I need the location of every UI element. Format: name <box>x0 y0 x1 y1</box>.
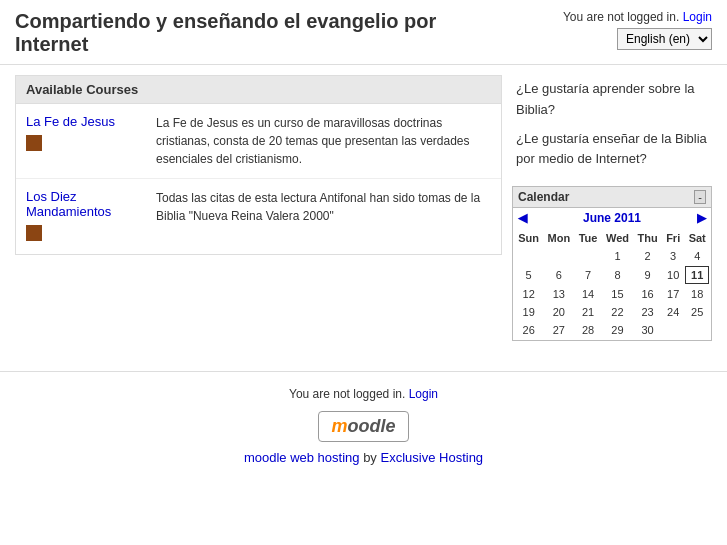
header-login-link[interactable]: Login <box>683 10 712 24</box>
calendar-day[interactable]: 13 <box>544 286 573 302</box>
calendar-day[interactable]: 3 <box>663 248 683 264</box>
calendar-day[interactable]: 23 <box>634 304 661 320</box>
course-link[interactable]: La Fe de Jesus <box>26 114 146 129</box>
moodle-logo: moodle <box>318 411 408 442</box>
calendar-collapse-button[interactable]: - <box>694 190 706 204</box>
question1: ¿Le gustaría aprender sobre la Biblia? <box>516 79 708 121</box>
calendar-day[interactable]: 24 <box>663 304 683 320</box>
language-selector[interactable]: English (en) <box>617 28 712 50</box>
calendar-day[interactable]: 5 <box>515 266 542 284</box>
calendar-day[interactable]: 16 <box>634 286 661 302</box>
calendar-day[interactable]: 12 <box>515 286 542 302</box>
courses-header: Available Courses <box>16 76 501 104</box>
calendar-day-header: Wed <box>603 230 633 246</box>
calendar-day[interactable]: 14 <box>575 286 600 302</box>
calendar-day[interactable]: 30 <box>634 322 661 338</box>
calendar-day[interactable]: 19 <box>515 304 542 320</box>
question2: ¿Le gustaría enseñar de la Biblia por me… <box>516 129 708 171</box>
course-row: La Fe de Jesus La Fe de Jesus es un curs… <box>16 104 501 179</box>
calendar-day-header: Thu <box>634 230 661 246</box>
calendar-day <box>575 248 600 264</box>
calendar-day[interactable]: 28 <box>575 322 600 338</box>
calendar-title: Calendar <box>518 190 569 204</box>
course-link[interactable]: Los Diez Mandamientos <box>26 189 146 219</box>
calendar-day <box>663 322 683 338</box>
calendar-day[interactable]: 20 <box>544 304 573 320</box>
calendar-day[interactable]: 17 <box>663 286 683 302</box>
calendar-day[interactable]: 7 <box>575 266 600 284</box>
site-title: Compartiendo y enseñando el evangelio po… <box>15 10 515 56</box>
header-login-text: You are not logged in. Login <box>563 10 712 24</box>
footer-hosting: moodle web hosting by Exclusive Hosting <box>10 450 717 465</box>
calendar-day-header: Sun <box>515 230 542 246</box>
calendar-day[interactable]: 4 <box>685 248 709 264</box>
calendar-day[interactable]: 15 <box>603 286 633 302</box>
calendar-day[interactable]: 22 <box>603 304 633 320</box>
calendar-day-header: Fri <box>663 230 683 246</box>
calendar-day[interactable]: 26 <box>515 322 542 338</box>
calendar-day <box>515 248 542 264</box>
course-icon <box>26 225 42 241</box>
calendar-day[interactable]: 18 <box>685 286 709 302</box>
calendar-prev-button[interactable]: ◀ <box>518 211 527 225</box>
exclusive-hosting-link[interactable]: Exclusive Hosting <box>381 450 484 465</box>
calendar-day[interactable]: 29 <box>603 322 633 338</box>
calendar-day[interactable]: 25 <box>685 304 709 320</box>
calendar-day-header: Mon <box>544 230 573 246</box>
calendar-day[interactable]: 11 <box>685 266 709 284</box>
calendar-day[interactable]: 10 <box>663 266 683 284</box>
calendar-day[interactable]: 21 <box>575 304 600 320</box>
footer: You are not logged in. Login moodle mood… <box>0 371 727 485</box>
calendar-next-button[interactable]: ▶ <box>697 211 706 225</box>
calendar-day-header: Tue <box>575 230 600 246</box>
calendar-month: June 2011 <box>527 211 697 225</box>
course-icon <box>26 135 42 151</box>
calendar-day-header: Sat <box>685 230 709 246</box>
courses-box: Available Courses La Fe de Jesus La Fe d… <box>15 75 502 255</box>
calendar-day <box>685 322 709 338</box>
calendar-day[interactable]: 6 <box>544 266 573 284</box>
footer-login-text: You are not logged in. Login <box>10 387 717 401</box>
course-description: La Fe de Jesus es un curso de maravillos… <box>156 114 491 168</box>
moodle-hosting-link[interactable]: moodle web hosting <box>244 450 360 465</box>
sidebar-questions: ¿Le gustaría aprender sobre la Biblia? ¿… <box>512 75 712 174</box>
calendar-day[interactable]: 27 <box>544 322 573 338</box>
calendar-box: Calendar - ◀ June 2011 ▶ SunMonTueWedThu… <box>512 186 712 341</box>
calendar-day[interactable]: 1 <box>603 248 633 264</box>
calendar-day[interactable]: 2 <box>634 248 661 264</box>
course-description: Todas las citas de esta lectura Antifona… <box>156 189 491 225</box>
calendar-day[interactable]: 8 <box>603 266 633 284</box>
calendar-day <box>544 248 573 264</box>
course-row: Los Diez Mandamientos Todas las citas de… <box>16 179 501 254</box>
calendar-day[interactable]: 9 <box>634 266 661 284</box>
footer-login-link[interactable]: Login <box>409 387 438 401</box>
calendar-grid: SunMonTueWedThuFriSat 123456789101112131… <box>513 228 711 340</box>
